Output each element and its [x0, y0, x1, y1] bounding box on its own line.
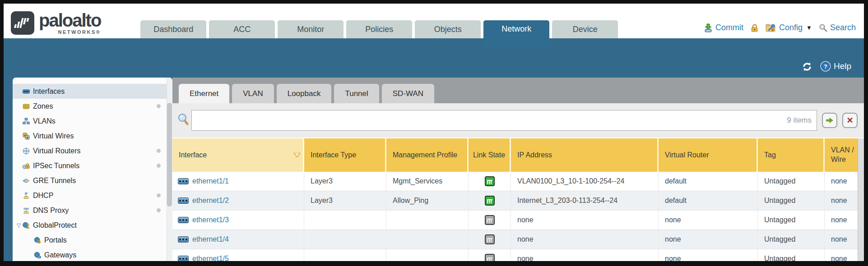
column-header-tag[interactable]: Tag — [758, 138, 825, 172]
sidebar-item-vlans[interactable]: VLANs — [13, 114, 172, 128]
svg-text:?: ? — [824, 63, 827, 70]
tab-dashboard[interactable]: Dashboard — [140, 20, 206, 38]
main-panel: Ethernet VLAN Loopback Tunnel SD-WAN 9 i… — [172, 78, 864, 261]
ethernet-interface-icon — [178, 197, 189, 204]
tab-objects[interactable]: Objects — [415, 20, 481, 38]
tab-policies[interactable]: Policies — [346, 20, 412, 38]
sidebar-item-label: Virtual Routers — [33, 147, 81, 155]
column-sort-dropdown[interactable] — [291, 138, 304, 172]
ethernet-interface-icon — [178, 256, 189, 261]
sidebar-item-gre-tunnels[interactable]: GRE Tunnels — [13, 173, 172, 188]
link-state-cell — [469, 191, 511, 210]
interface-link[interactable]: ethernet1/4 — [192, 235, 229, 243]
expand-arrow-icon[interactable]: ▽ — [15, 222, 22, 229]
vlans-icon — [22, 118, 30, 125]
sidebar-item-label: Zones — [33, 102, 53, 110]
column-header-interface[interactable]: Interface — [172, 138, 291, 172]
link-state-down-icon — [485, 254, 495, 261]
sidebar-item-dns-proxy[interactable]: DNS DNS Proxy — [13, 203, 172, 218]
sidebar-item-virtual-wires[interactable]: Virtual Wires — [13, 128, 172, 143]
apply-filter-button[interactable] — [822, 113, 837, 128]
column-header-virtual-router[interactable]: Virtual Router — [659, 138, 758, 172]
tag-cell: Untagged — [758, 211, 825, 229]
sidebar-item-interfaces[interactable]: Interfaces — [13, 84, 172, 99]
sidebar-scrollbar-thumb[interactable] — [167, 103, 172, 206]
ip-address-link[interactable]: Internet_L3_203-0-113-254--24 — [517, 197, 617, 205]
column-header-vlan-wire[interactable]: VLAN / Wire — [825, 138, 858, 172]
filter-input[interactable] — [191, 110, 817, 131]
interfaces-table: Interface Interface Type Management Prof… — [172, 138, 858, 261]
refresh-button[interactable] — [802, 61, 812, 72]
interface-link[interactable]: ethernet1/5 — [192, 255, 229, 261]
interface-link[interactable]: ethernet1/1 — [192, 177, 229, 185]
virtual-wires-icon — [22, 133, 30, 140]
ipsec-tunnels-icon — [22, 162, 30, 170]
interface-cell: ethernet1/1 — [172, 172, 304, 191]
ethernet-interface-icon — [178, 217, 189, 223]
tab-tunnel[interactable]: Tunnel — [334, 84, 379, 103]
sub-header-bar: ? Help — [4, 38, 864, 78]
interface-type-cell — [304, 249, 386, 261]
interface-cell: ethernet1/5 — [172, 249, 304, 261]
link-state-down-icon — [485, 215, 495, 225]
interface-link[interactable]: ethernet1/2 — [192, 197, 229, 205]
interface-link[interactable]: ethernet1/3 — [192, 216, 229, 224]
search-button[interactable]: Search — [819, 23, 856, 32]
ethernet-interface-icon — [178, 236, 189, 243]
tab-label: Network — [501, 24, 531, 34]
config-menu-button[interactable]: Config ▼ — [766, 23, 812, 32]
tab-device[interactable]: Device — [552, 20, 618, 38]
tab-acc[interactable]: ACC — [209, 20, 275, 38]
table-scrollbar[interactable] — [858, 138, 864, 261]
config-icon — [766, 23, 776, 32]
sidebar-item-virtual-routers[interactable]: Virtual Routers — [13, 143, 172, 158]
svg-text:DNS: DNS — [23, 207, 29, 210]
lock-button[interactable] — [750, 23, 759, 32]
tab-vlan[interactable]: VLAN — [232, 84, 274, 103]
sidebar-item-globalprotect[interactable]: ▽ GlobalProtect — [13, 218, 172, 233]
lock-icon — [750, 23, 759, 32]
tab-loopback[interactable]: Loopback — [277, 84, 332, 103]
ip-address-cell: none — [511, 230, 659, 249]
commit-button[interactable]: Commit — [704, 23, 743, 32]
tab-sdwan[interactable]: SD-WAN — [382, 84, 434, 103]
sidebar-scrollbar[interactable] — [167, 78, 172, 261]
table-row: ethernet1/4 none none Untagged none — [172, 230, 858, 249]
search-label: Search — [830, 23, 856, 32]
tab-label: Policies — [365, 25, 393, 34]
status-dot — [157, 208, 161, 212]
virtual-router-cell: none — [659, 230, 758, 249]
clear-filter-button[interactable]: ✕ — [842, 113, 858, 128]
sidebar-item-dhcp[interactable]: IP DHCP — [13, 188, 172, 203]
table-body: ethernet1/1 Layer3 Mgmt_Services VLAN010… — [172, 172, 858, 261]
globalprotect-icon — [22, 222, 30, 229]
interface-type-cell: Layer3 — [304, 172, 386, 191]
column-label: VLAN / Wire — [831, 146, 858, 165]
link-state-cell — [469, 211, 511, 229]
interface-cell: ethernet1/3 — [172, 211, 304, 229]
interface-cell: ethernet1/4 — [172, 230, 304, 249]
gre-tunnels-icon — [22, 177, 30, 184]
column-header-interface-type[interactable]: Interface Type — [304, 138, 386, 172]
tab-network[interactable]: Network — [483, 20, 549, 47]
column-header-link-state[interactable]: Link State — [469, 138, 511, 172]
tab-monitor[interactable]: Monitor — [278, 20, 343, 38]
sidebar-item-zones[interactable]: Zones — [13, 99, 172, 114]
chevron-down-icon: ▼ — [806, 24, 812, 31]
link-state-up-icon — [485, 176, 495, 186]
vlan-wire-cell: none — [825, 230, 858, 249]
help-button[interactable]: ? Help — [820, 60, 851, 72]
column-header-management-profile[interactable]: Management Profile — [386, 138, 469, 172]
tab-ethernet[interactable]: Ethernet — [179, 84, 229, 103]
ip-address-link[interactable]: VLAN0100_L3_10-1-100-254--24 — [517, 177, 625, 185]
link-state-cell — [469, 230, 511, 249]
sidebar-item-portals[interactable]: Portals — [13, 233, 172, 248]
link-state-up-icon — [485, 196, 495, 206]
sidebar-item-label: IPSec Tunnels — [33, 162, 79, 170]
column-header-ip-address[interactable]: IP Address — [511, 138, 659, 172]
sidebar-item-label: GRE Tunnels — [33, 177, 76, 185]
sidebar-item-ipsec-tunnels[interactable]: IPSec Tunnels — [13, 158, 172, 173]
sidebar-item-gateways[interactable]: Gateways — [13, 248, 172, 261]
tag-cell: Untagged — [758, 191, 825, 210]
paloalto-logo: paloalto NETWORKS® — [11, 11, 101, 35]
